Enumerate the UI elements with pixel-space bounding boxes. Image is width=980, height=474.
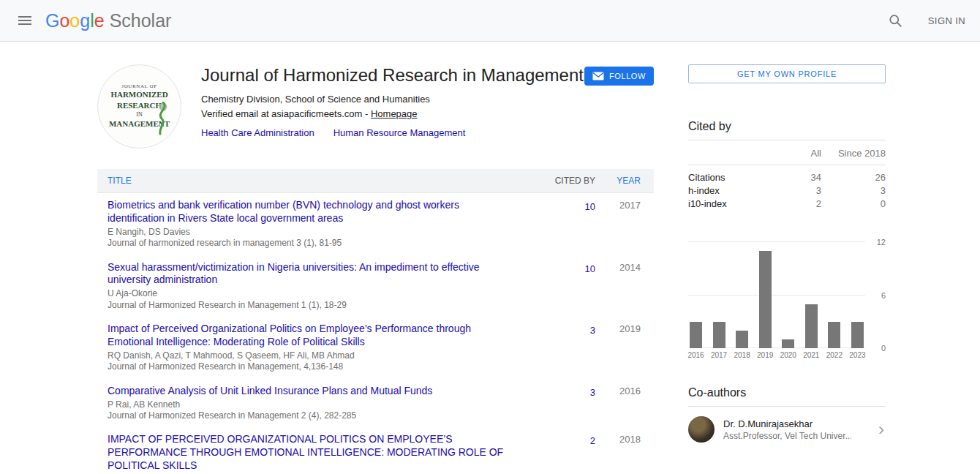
stats-row-i10index: i10-index 2 0 bbox=[688, 197, 886, 210]
article-citedby-link[interactable]: 2 bbox=[590, 435, 595, 446]
article-citedby-link[interactable]: 10 bbox=[585, 263, 595, 274]
coauthors-heading: Co-authors bbox=[688, 386, 886, 407]
coauthors-next-button[interactable]: › bbox=[877, 418, 886, 441]
chart-ytick-label: 0 bbox=[868, 344, 886, 353]
sign-in-link[interactable]: SIGN IN bbox=[928, 15, 965, 26]
article-authors: RQ Danish, A Qazi, T Mahmood, S Qaseem, … bbox=[108, 350, 513, 361]
publications-table-header: TITLE CITED BY YEAR bbox=[97, 169, 654, 193]
stat-value-all: 34 bbox=[774, 172, 821, 183]
article-year: 2017 bbox=[595, 199, 641, 249]
top-bar: Google Scholar SIGN IN bbox=[0, 0, 980, 42]
article-title-link[interactable]: Comparative Analysis of Unit Linked Insu… bbox=[108, 385, 513, 398]
chart-bar-column: 2017 bbox=[713, 242, 725, 348]
citation-bar[interactable] bbox=[690, 322, 702, 348]
citation-bar[interactable] bbox=[736, 331, 748, 348]
google-scholar-logo[interactable]: Google Scholar bbox=[45, 10, 171, 31]
citation-bar[interactable] bbox=[828, 322, 840, 348]
article-venue: Journal of Harmonized Research in Manage… bbox=[108, 300, 513, 311]
verified-email-text: Verified email at asiapacificmeets.com - bbox=[201, 108, 371, 119]
coauthor-avatar bbox=[688, 416, 715, 443]
profile-info: Journal of Harmonized Research in Manage… bbox=[201, 64, 654, 148]
chart-xtick-label: 2019 bbox=[757, 351, 773, 359]
article-venue: Journal of harmonized research in manage… bbox=[108, 238, 513, 249]
chart-xtick-label: 2016 bbox=[687, 351, 704, 359]
article-title-link[interactable]: IMPACT OF PERCEIVED ORGANIZATIONAL POLIT… bbox=[108, 433, 513, 473]
stat-value-all: 2 bbox=[774, 198, 821, 209]
chart-bar-column: 2019 bbox=[759, 242, 772, 348]
menu-icon[interactable] bbox=[9, 4, 41, 37]
article-venue: Journal of Harmonized Research in Manage… bbox=[108, 361, 513, 372]
citation-bar[interactable] bbox=[713, 322, 725, 348]
follow-button[interactable]: FOLLOW bbox=[584, 67, 654, 86]
stat-value-since: 26 bbox=[821, 172, 886, 183]
chart-bar-column: 2018 bbox=[736, 242, 748, 348]
chart-bar-column: 2021 bbox=[805, 242, 818, 348]
interest-link[interactable]: Human Resource Management bbox=[333, 127, 466, 138]
chart-xtick-label: 2021 bbox=[803, 351, 819, 359]
citation-bar[interactable] bbox=[759, 251, 772, 348]
journal-logo-line: HARMONIZED bbox=[110, 89, 167, 100]
citation-bar[interactable] bbox=[805, 304, 818, 348]
logo-scholar-text: Scholar bbox=[110, 10, 172, 31]
article-citedby-link[interactable]: 10 bbox=[585, 201, 595, 212]
coauthor-name-link[interactable]: Dr. D.Munirajasekhar bbox=[723, 418, 851, 429]
chart-bar-column: 2016 bbox=[690, 242, 702, 348]
publications-table: TITLE CITED BY YEAR Biometrics and bank … bbox=[97, 169, 654, 474]
stats-row-hindex: h-index 3 3 bbox=[688, 184, 886, 197]
stats-col-all: All bbox=[774, 148, 821, 159]
journal-logo-line: IN bbox=[136, 111, 142, 118]
main-column: JOURNAL OF HARMONIZED RESEARCH IN MANAGE… bbox=[97, 64, 654, 474]
get-my-own-profile-button[interactable]: GET MY OWN PROFILE bbox=[688, 64, 886, 83]
stats-row-citations: Citations 34 26 bbox=[688, 170, 886, 184]
interest-link[interactable]: Health Care Administration bbox=[201, 127, 314, 138]
stat-label: h-index bbox=[688, 185, 774, 196]
journal-logo-graphic bbox=[154, 102, 171, 135]
chart-bars: 20162017201820192020202120222023 bbox=[688, 242, 865, 348]
article-year: 2016 bbox=[595, 385, 641, 422]
chart-ytick-label: 6 bbox=[868, 291, 886, 300]
citation-bar[interactable] bbox=[851, 322, 864, 348]
citation-stats-table: All Since 2018 Citations 34 26 h-index 3… bbox=[688, 148, 886, 210]
follow-label: FOLLOW bbox=[609, 72, 646, 80]
article-title-link[interactable]: Sexual harassment/victimization in Niger… bbox=[108, 261, 513, 287]
article-row: Biometrics and bank verification number … bbox=[97, 193, 654, 255]
coauthor-affiliation: Asst.Professor, Vel Tech Univer... bbox=[723, 431, 851, 441]
article-row: Sexual harassment/victimization in Niger… bbox=[97, 255, 654, 317]
page-content: JOURNAL OF HARMONIZED RESEARCH IN MANAGE… bbox=[0, 42, 980, 474]
homepage-link[interactable]: Homepage bbox=[371, 108, 418, 119]
article-row: IMPACT OF PERCEIVED ORGANIZATIONAL POLIT… bbox=[97, 427, 654, 474]
article-row: Comparative Analysis of Unit Linked Insu… bbox=[97, 379, 654, 428]
column-header-year[interactable]: YEAR bbox=[595, 176, 641, 186]
article-year: 2018 bbox=[595, 433, 641, 474]
stat-value-since: 0 bbox=[821, 198, 886, 209]
chart-xtick-label: 2018 bbox=[734, 351, 750, 359]
profile-affiliation: Chemistry Division, School of Science an… bbox=[201, 94, 654, 105]
stat-value-since: 3 bbox=[821, 185, 886, 196]
column-header-title[interactable]: TITLE bbox=[108, 176, 532, 186]
article-authors: U Aja-Okorie bbox=[108, 288, 513, 299]
stat-value-all: 3 bbox=[774, 185, 821, 196]
coauthor-item[interactable]: Dr. D.Munirajasekhar Asst.Professor, Vel… bbox=[688, 407, 886, 452]
topbar-actions: SIGN IN bbox=[883, 7, 965, 34]
chart-plot: 0612 20162017201820192020202120222023 bbox=[688, 242, 865, 348]
verified-email: Verified email at asiapacificmeets.com -… bbox=[201, 108, 654, 119]
cited-by-heading: Cited by bbox=[688, 120, 886, 140]
chart-bar-column: 2023 bbox=[851, 242, 864, 348]
article-venue: Journal of Harmonized Research in Manage… bbox=[108, 410, 513, 421]
envelope-icon bbox=[592, 72, 604, 80]
stats-col-since: Since 2018 bbox=[821, 148, 886, 159]
article-title-link[interactable]: Biometrics and bank verification number … bbox=[108, 199, 513, 225]
chart-xtick-label: 2020 bbox=[780, 351, 796, 359]
article-citedby-link[interactable]: 3 bbox=[590, 325, 595, 336]
article-row: Impact of Perceived Organizational Polit… bbox=[97, 317, 654, 379]
article-citedby-link[interactable]: 3 bbox=[590, 387, 595, 398]
coauthor-text: Dr. D.Munirajasekhar Asst.Professor, Vel… bbox=[723, 418, 851, 441]
right-sidebar: GET MY OWN PROFILE Cited by All Since 20… bbox=[688, 64, 886, 474]
search-icon[interactable] bbox=[883, 7, 909, 34]
profile-photo[interactable]: JOURNAL OF HARMONIZED RESEARCH IN MANAGE… bbox=[97, 64, 181, 148]
chart-ytick-label: 12 bbox=[868, 238, 886, 247]
article-title-link[interactable]: Impact of Perceived Organizational Polit… bbox=[108, 323, 513, 349]
citation-bar[interactable] bbox=[782, 339, 794, 348]
chart-xtick-label: 2017 bbox=[711, 351, 727, 359]
profile-name: Journal of Harmonized Research in Manage… bbox=[201, 65, 584, 86]
